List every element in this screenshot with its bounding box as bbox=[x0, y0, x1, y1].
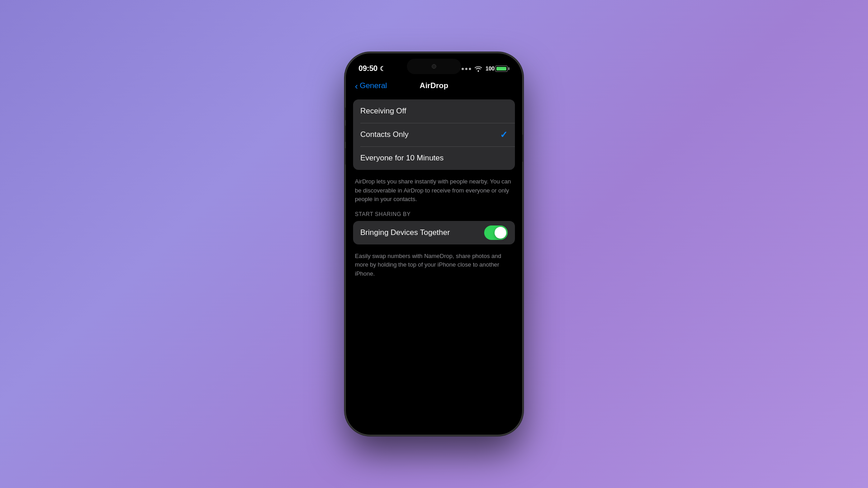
airdrop-options-group: Receiving Off Contacts Only ✓ Everyone f… bbox=[353, 99, 515, 170]
power-button[interactable] bbox=[522, 135, 524, 162]
signal-dot-1 bbox=[462, 68, 464, 70]
battery-body bbox=[495, 66, 508, 72]
phone-screen: 09:50 ☾ bbox=[346, 53, 522, 435]
back-chevron-icon: ‹ bbox=[355, 81, 358, 90]
option-contacts-only[interactable]: Contacts Only ✓ bbox=[353, 123, 515, 146]
contacts-only-label: Contacts Only bbox=[360, 130, 409, 139]
nav-header: ‹ General AirDrop bbox=[346, 78, 522, 96]
back-button[interactable]: ‹ General bbox=[355, 81, 387, 90]
airdrop-description: AirDrop lets you share instantly with pe… bbox=[353, 175, 515, 211]
wifi-icon bbox=[474, 66, 482, 72]
phone-frame: 09:50 ☾ bbox=[346, 53, 522, 435]
toggle-knob bbox=[495, 227, 506, 239]
cellular-signal-icon bbox=[462, 68, 471, 70]
bringing-devices-item: Bringing Devices Together bbox=[353, 221, 515, 244]
back-label: General bbox=[360, 81, 387, 90]
option-receiving-off[interactable]: Receiving Off bbox=[353, 99, 515, 123]
status-right-icons: 100 bbox=[462, 66, 509, 72]
battery-indicator: 100 bbox=[486, 66, 509, 72]
sharing-section-header: START SHARING BY bbox=[353, 211, 515, 221]
dynamic-island-camera bbox=[432, 64, 436, 69]
bringing-devices-group: Bringing Devices Together bbox=[353, 221, 515, 244]
bringing-devices-label: Bringing Devices Together bbox=[360, 228, 450, 237]
clock-display: 09:50 bbox=[359, 64, 377, 73]
page-title: AirDrop bbox=[420, 81, 448, 90]
moon-icon: ☾ bbox=[380, 65, 386, 72]
contacts-only-checkmark: ✓ bbox=[500, 129, 508, 140]
everyone-10-minutes-label: Everyone for 10 Minutes bbox=[360, 154, 443, 163]
signal-dot-2 bbox=[465, 68, 467, 70]
battery-tip bbox=[508, 67, 509, 70]
signal-dot-3 bbox=[469, 68, 471, 70]
screen-content: 09:50 ☾ bbox=[346, 53, 522, 435]
namedrop-description: Easily swap numbers with NameDrop, share… bbox=[353, 250, 515, 280]
status-time: 09:50 ☾ bbox=[359, 64, 386, 73]
battery-percent: 100 bbox=[486, 66, 495, 72]
receiving-off-label: Receiving Off bbox=[360, 107, 406, 116]
battery-fill bbox=[496, 67, 506, 70]
dynamic-island bbox=[407, 59, 461, 74]
option-everyone-10-minutes[interactable]: Everyone for 10 Minutes bbox=[353, 146, 515, 170]
bringing-devices-toggle[interactable] bbox=[484, 225, 508, 240]
main-content: Receiving Off Contacts Only ✓ Everyone f… bbox=[346, 96, 522, 435]
